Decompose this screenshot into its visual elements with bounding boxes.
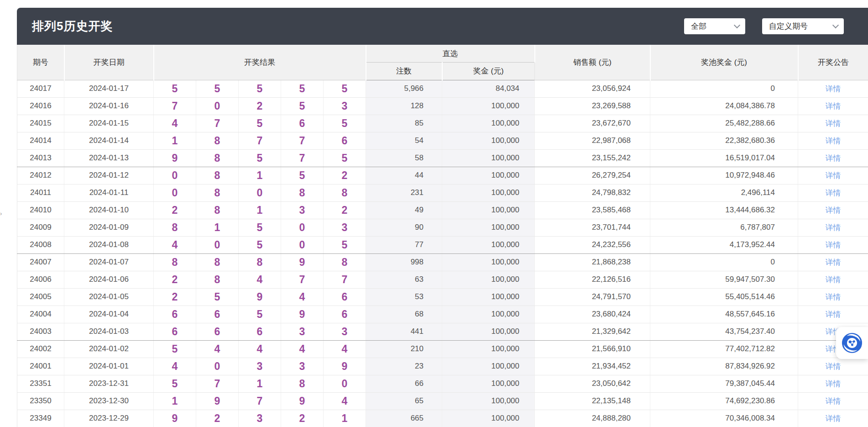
table-row: 24005 2024-01-05 2 5 9 4 6 53 100,000 24…	[17, 288, 868, 306]
result-digit: 5	[154, 375, 196, 392]
result-digit: 7	[196, 375, 239, 392]
detail-link[interactable]: 详情	[826, 362, 841, 371]
result-digit: 2	[196, 410, 239, 427]
zhixuan-prize-cell: 100,000	[442, 184, 535, 201]
result-digit: 8	[196, 271, 239, 288]
result-digit: 5	[324, 115, 366, 132]
sales-cell: 21,934,452	[535, 358, 650, 375]
zhixuan-count-cell: 65	[366, 392, 442, 410]
table-row: 24016 2024-01-16 7 0 2 5 3 128 100,000 2…	[17, 97, 868, 115]
result-digit: 0	[239, 184, 281, 201]
detail-link[interactable]: 详情	[826, 414, 841, 423]
detail-link[interactable]: 详情	[826, 397, 841, 406]
col-header-announcement: 开奖公告	[798, 45, 868, 80]
result-digit: 6	[324, 132, 366, 149]
detail-link[interactable]: 详情	[826, 171, 841, 180]
zhixuan-prize-cell: 100,000	[442, 149, 535, 167]
result-digit: 6	[281, 115, 324, 132]
detail-link[interactable]: 详情	[826, 189, 841, 197]
result-digit: 4	[154, 115, 196, 132]
table-row: 24006 2024-01-06 2 8 4 7 7 63 100,000 22…	[17, 271, 868, 288]
detail-link[interactable]: 详情	[826, 310, 841, 319]
announcement-cell: 详情	[798, 219, 868, 236]
result-digit: 3	[324, 219, 366, 236]
result-digit: 0	[281, 236, 324, 253]
period-range-select[interactable]: 自定义期号	[762, 18, 844, 34]
zhixuan-prize-cell: 100,000	[442, 201, 535, 219]
col-header-sales: 销售额 (元)	[535, 45, 650, 80]
result-digit: 8	[196, 149, 239, 167]
result-digit: 2	[281, 410, 324, 427]
result-digit: 2	[154, 288, 196, 306]
result-digit: 4	[239, 271, 281, 288]
period-cell: 24003	[17, 323, 64, 340]
date-cell: 2024-01-09	[64, 219, 154, 236]
period-cell: 24009	[17, 219, 64, 236]
result-digit: 6	[196, 306, 239, 323]
period-cell: 24010	[17, 201, 64, 219]
announcement-cell: 详情	[798, 115, 868, 132]
zhixuan-count-cell: 441	[366, 323, 442, 340]
result-digit: 7	[239, 392, 281, 410]
announcement-cell: 详情	[798, 271, 868, 288]
table-row: 23350 2023-12-30 1 9 7 9 4 65 100,000 22…	[17, 392, 868, 410]
result-digit: 5	[239, 80, 281, 97]
sales-cell: 24,791,570	[535, 288, 650, 306]
sales-cell: 21,868,238	[535, 253, 650, 271]
period-cell: 24006	[17, 271, 64, 288]
result-digit: 8	[324, 184, 366, 201]
result-digit: 6	[154, 306, 196, 323]
floating-action-button[interactable]	[836, 327, 868, 359]
detail-link[interactable]: 详情	[826, 137, 841, 145]
zhixuan-count-cell: 68	[366, 306, 442, 323]
result-digit: 9	[324, 358, 366, 375]
detail-link[interactable]: 详情	[826, 102, 841, 111]
chevron-down-icon	[832, 22, 839, 28]
zhixuan-count-cell: 53	[366, 288, 442, 306]
detail-link[interactable]: 详情	[826, 119, 841, 128]
period-cell: 24011	[17, 184, 64, 201]
date-cell: 2024-01-12	[64, 167, 154, 184]
result-digit: 6	[324, 288, 366, 306]
table-row: 24015 2024-01-15 4 7 5 6 5 85 100,000 23…	[17, 115, 868, 132]
detail-link[interactable]: 详情	[826, 241, 841, 249]
date-cell: 2024-01-15	[64, 115, 154, 132]
date-cell: 2024-01-16	[64, 97, 154, 115]
period-cell: 24005	[17, 288, 64, 306]
result-digit: 2	[154, 271, 196, 288]
category-select[interactable]: 全部	[684, 18, 745, 34]
result-digit: 8	[196, 201, 239, 219]
result-digit: 4	[196, 340, 239, 358]
result-digit: 1	[239, 167, 281, 184]
pool-cell: 48,557,645.16	[650, 306, 798, 323]
detail-link[interactable]: 详情	[826, 84, 841, 93]
detail-link[interactable]: 详情	[826, 223, 841, 232]
result-digit: 2	[324, 201, 366, 219]
detail-link[interactable]: 详情	[826, 154, 841, 163]
result-digit: 6	[196, 323, 239, 340]
date-cell: 2024-01-07	[64, 253, 154, 271]
table-row: 24010 2024-01-10 2 8 1 3 2 49 100,000 23…	[17, 201, 868, 219]
detail-link[interactable]: 详情	[826, 258, 841, 267]
sales-cell: 26,279,254	[535, 167, 650, 184]
sales-cell: 23,701,744	[535, 219, 650, 236]
period-cell: 24004	[17, 306, 64, 323]
sales-cell: 22,135,148	[535, 392, 650, 410]
result-digit: 5	[239, 219, 281, 236]
detail-link[interactable]: 详情	[826, 293, 841, 301]
table-row: 24009 2024-01-09 8 1 5 0 3 90 100,000 23…	[17, 219, 868, 236]
announcement-cell: 详情	[798, 306, 868, 323]
detail-link[interactable]: 详情	[826, 380, 841, 388]
zhixuan-count-cell: 23	[366, 358, 442, 375]
result-digit: 4	[239, 340, 281, 358]
result-digit: 9	[154, 149, 196, 167]
date-cell: 2023-12-29	[64, 410, 154, 427]
zhixuan-prize-cell: 100,000	[442, 236, 535, 253]
result-digit: 5	[324, 80, 366, 97]
detail-link[interactable]: 详情	[826, 275, 841, 284]
result-digit: 1	[324, 410, 366, 427]
detail-link[interactable]: 详情	[826, 206, 841, 215]
sales-cell: 21,566,910	[535, 340, 650, 358]
period-cell: 24002	[17, 340, 64, 358]
announcement-cell: 详情	[798, 167, 868, 184]
